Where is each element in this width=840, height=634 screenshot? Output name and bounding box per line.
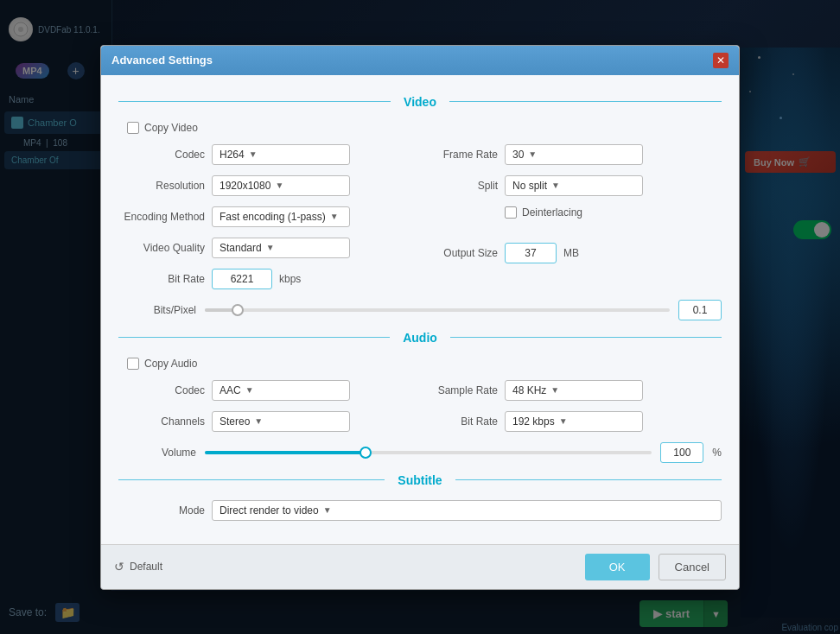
output-size-label: Output Size: [429, 247, 498, 259]
audio-bit-rate-label: Bit Rate: [429, 415, 498, 428]
modal-body: Video Copy Video Codec H264 ▼: [101, 75, 739, 544]
frame-rate-value: 30: [512, 149, 524, 161]
split-value: No split: [512, 180, 547, 192]
volume-value: 100: [660, 442, 703, 463]
volume-slider-thumb[interactable]: [360, 447, 372, 459]
channels-row: Channels Stereo ▼: [118, 411, 411, 432]
bit-rate-input[interactable]: [212, 269, 272, 289]
subtitle-section-header: Subtitle: [118, 473, 722, 487]
resolution-value: 1920x1080: [220, 180, 270, 192]
video-quality-dropdown-arrow: ▼: [266, 243, 275, 252]
volume-unit: %: [712, 447, 722, 459]
modal-close-button[interactable]: ✕: [713, 53, 729, 68]
codec-label: Codec: [118, 149, 205, 161]
subtitle-mode-dropdown-arrow: ▼: [323, 505, 332, 515]
channels-dropdown[interactable]: Stereo ▼: [212, 411, 350, 432]
channels-dropdown-arrow: ▼: [254, 416, 263, 426]
audio-bit-rate-row: Bit Rate 192 kbps ▼: [429, 411, 722, 432]
audio-codec-row: Codec AAC ▼: [118, 380, 411, 401]
default-button[interactable]: ↺ Default: [114, 560, 162, 574]
output-size-input[interactable]: [505, 243, 557, 263]
section-line-right: [449, 101, 722, 102]
sample-rate-value: 48 KHz: [512, 384, 546, 396]
video-quality-row: Video Quality Standard ▼: [118, 238, 411, 258]
video-left-col: Codec H264 ▼ Resolution 1920x1080 ▼: [118, 144, 411, 300]
bit-rate-row: Bit Rate kbps: [118, 269, 411, 289]
subtitle-section-line-left: [118, 479, 385, 480]
ok-button[interactable]: OK: [585, 554, 650, 580]
volume-slider-track[interactable]: [205, 451, 652, 454]
frame-rate-dropdown-arrow: ▼: [528, 149, 537, 159]
codec-value: H264: [220, 149, 245, 161]
subtitle-section-line-right: [455, 479, 722, 480]
output-size-unit: MB: [563, 247, 579, 259]
encoding-value: Fast encoding (1-pass): [220, 211, 326, 223]
audio-codec-dropdown[interactable]: AAC ▼: [212, 380, 350, 401]
audio-codec-label: Codec: [118, 384, 205, 396]
encoding-label: Encoding Method: [118, 211, 205, 223]
sample-rate-dropdown[interactable]: 48 KHz ▼: [505, 380, 643, 401]
split-dropdown-arrow: ▼: [551, 181, 560, 190]
deinterlacing-checkbox[interactable]: [505, 206, 517, 219]
encoding-dropdown[interactable]: Fast encoding (1-pass) ▼: [212, 206, 350, 227]
bits-pixel-row: Bits/Pixel 0.1: [118, 300, 722, 320]
modal-titlebar: Advanced Settings ✕: [101, 46, 739, 75]
bit-rate-label: Bit Rate: [118, 273, 205, 285]
modal-title: Advanced Settings: [111, 54, 213, 67]
subtitle-mode-dropdown[interactable]: Direct render to video ▼: [212, 500, 722, 521]
subtitle-section-title: Subtitle: [385, 473, 455, 487]
channels-value: Stereo: [220, 415, 250, 428]
copy-audio-checkbox[interactable]: [127, 358, 139, 370]
copy-video-label: Copy Video: [144, 122, 198, 134]
frame-rate-label: Frame Rate: [429, 149, 498, 161]
volume-slider-fill: [205, 451, 366, 454]
copy-video-checkbox[interactable]: [127, 122, 139, 134]
split-label: Split: [429, 180, 498, 192]
close-icon: ✕: [716, 54, 725, 67]
bit-rate-unit: kbps: [279, 273, 301, 285]
cancel-label: Cancel: [675, 561, 710, 574]
codec-row: Codec H264 ▼: [118, 144, 411, 165]
reset-icon: ↺: [114, 560, 124, 574]
sample-rate-label: Sample Rate: [429, 384, 498, 396]
resolution-label: Resolution: [118, 180, 205, 192]
volume-label: Volume: [118, 447, 196, 459]
encoding-row: Encoding Method Fast encoding (1-pass) ▼: [118, 206, 411, 227]
split-dropdown[interactable]: No split ▼: [505, 175, 643, 196]
codec-dropdown-arrow: ▼: [249, 149, 258, 159]
bits-pixel-value: 0.1: [678, 300, 722, 320]
bits-pixel-slider-thumb[interactable]: [232, 304, 244, 316]
modal-overlay: Advanced Settings ✕ Video Copy Video: [0, 0, 840, 634]
ok-label: OK: [609, 561, 626, 574]
audio-section-line-right: [450, 337, 722, 338]
resolution-dropdown[interactable]: 1920x1080 ▼: [212, 175, 350, 196]
copy-audio-row: Copy Audio: [127, 358, 722, 370]
deinterlacing-group: Deinterlacing: [505, 206, 582, 219]
modal-footer: ↺ Default OK Cancel: [101, 544, 739, 589]
encoding-dropdown-arrow: ▼: [330, 212, 339, 221]
video-quality-value: Standard: [220, 242, 262, 254]
copy-audio-label: Copy Audio: [144, 358, 197, 370]
copy-video-row: Copy Video: [127, 122, 722, 134]
video-quality-dropdown[interactable]: Standard ▼: [212, 238, 350, 258]
channels-label: Channels: [118, 415, 205, 428]
sample-rate-dropdown-arrow: ▼: [550, 385, 559, 395]
codec-dropdown[interactable]: H264 ▼: [212, 144, 350, 165]
audio-bit-rate-dropdown-arrow: ▼: [559, 416, 568, 426]
deinterlacing-row: Deinterlacing: [429, 206, 722, 219]
audio-bit-rate-dropdown[interactable]: 192 kbps ▼: [505, 411, 643, 432]
output-size-row: Output Size MB: [429, 243, 722, 263]
deinterlacing-label: Deinterlacing: [522, 206, 582, 219]
audio-right-col: Sample Rate 48 KHz ▼ Bit Rate 192 kbps ▼: [429, 380, 722, 442]
resolution-row: Resolution 1920x1080 ▼: [118, 175, 411, 196]
audio-section-line-left: [118, 337, 390, 338]
video-section-title: Video: [391, 95, 449, 109]
bits-pixel-slider-track[interactable]: [205, 308, 670, 312]
sample-rate-row: Sample Rate 48 KHz ▼: [429, 380, 722, 401]
cancel-button[interactable]: Cancel: [659, 554, 726, 580]
footer-buttons: OK Cancel: [585, 554, 726, 580]
frame-rate-dropdown[interactable]: 30 ▼: [505, 144, 643, 165]
video-quality-label: Video Quality: [118, 242, 205, 254]
advanced-settings-modal: Advanced Settings ✕ Video Copy Video: [100, 45, 740, 590]
subtitle-mode-value: Direct render to video: [220, 504, 319, 517]
